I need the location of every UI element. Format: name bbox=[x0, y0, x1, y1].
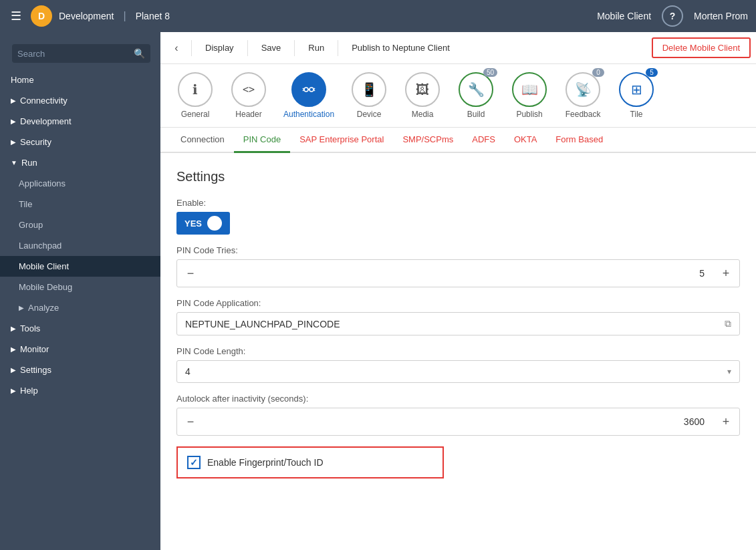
icon-nav-media-label: Media bbox=[412, 110, 434, 119]
sidebar-item-label: Connectivity bbox=[20, 96, 68, 106]
feedback-badge: 0 bbox=[592, 68, 604, 77]
tab-form-based[interactable]: Form Based bbox=[546, 128, 612, 153]
icon-nav-media[interactable]: 🖼 Media bbox=[398, 70, 447, 122]
back-button[interactable]: ‹ bbox=[166, 37, 187, 59]
sidebar-item-development[interactable]: ▶ Development bbox=[0, 111, 160, 132]
icon-nav-publish[interactable]: 📖 Publish bbox=[505, 70, 553, 122]
sidebar-item-tools[interactable]: ▶ Tools bbox=[0, 318, 160, 339]
icon-nav-device-label: Device bbox=[357, 110, 382, 119]
icon-nav-auth-label: Authentication bbox=[283, 110, 334, 119]
tab-sap-enterprise[interactable]: SAP Enterprise Portal bbox=[290, 128, 393, 153]
pin-length-label: PIN Code Length: bbox=[176, 346, 740, 356]
icon-nav-header-label: Header bbox=[235, 110, 261, 119]
chevron-down-icon: ▼ bbox=[11, 159, 17, 166]
hamburger-icon[interactable]: ☰ bbox=[8, 6, 24, 26]
sidebar: 🔍 ⌄ ⌃ Home ▶ Connectivity ▶ Development … bbox=[0, 32, 160, 550]
delete-button[interactable]: Delete Mobile Client bbox=[652, 37, 751, 58]
sidebar-item-label: Mobile Client bbox=[19, 261, 69, 271]
search-input[interactable] bbox=[17, 49, 130, 59]
chevron-right-icon: ▶ bbox=[11, 387, 16, 394]
icon-nav-general[interactable]: ℹ General bbox=[171, 70, 219, 122]
sidebar-item-mobile-client[interactable]: Mobile Client bbox=[0, 256, 160, 277]
pin-tries-label: PIN Code Tries: bbox=[176, 245, 740, 255]
tile-icon: ⊞ bbox=[619, 72, 654, 107]
sidebar-item-label: Settings bbox=[20, 365, 51, 375]
sidebar-item-home[interactable]: Home bbox=[0, 70, 160, 90]
sidebar-item-help[interactable]: ▶ Help bbox=[0, 380, 160, 401]
icon-nav-tile[interactable]: 5 ⊞ Tile bbox=[612, 70, 660, 122]
toggle-yes-label: YES bbox=[184, 219, 202, 229]
tab-smp-scpms[interactable]: SMP/SCPms bbox=[393, 128, 463, 153]
enable-label: Enable: bbox=[176, 198, 740, 208]
tab-pin-code[interactable]: PIN Code bbox=[234, 128, 290, 153]
run-button[interactable]: Run bbox=[299, 39, 334, 57]
pin-app-label: PIN Code Application: bbox=[176, 298, 740, 308]
toolbar: ‹ Display Save Run Publish to Neptune Cl… bbox=[160, 32, 756, 64]
sidebar-item-label: Home bbox=[11, 75, 34, 85]
autolock-value: 3600 bbox=[204, 416, 713, 427]
pin-tries-value: 5 bbox=[204, 268, 713, 279]
sidebar-item-group[interactable]: Group bbox=[0, 215, 160, 235]
icon-nav-feedback[interactable]: 0 📡 Feedback bbox=[559, 70, 607, 122]
autolock-stepper: − 3600 + bbox=[176, 408, 740, 436]
fingerprint-label: Enable Fingerprint/Touch ID bbox=[207, 457, 324, 468]
chevron-right-icon: ▶ bbox=[11, 97, 16, 104]
pin-length-select[interactable]: 4 ▾ bbox=[176, 360, 740, 383]
svg-point-0 bbox=[304, 88, 308, 92]
settings-panel: Settings Enable: YES PIN Code Tries: − 5… bbox=[160, 153, 756, 550]
autolock-label: Autolock after inactivity (seconds): bbox=[176, 394, 740, 404]
copy-icon[interactable]: ⧉ bbox=[725, 318, 731, 329]
sidebar-item-analyze[interactable]: ▶ Analyze bbox=[0, 297, 160, 318]
sidebar-item-label: Development bbox=[20, 116, 72, 126]
icon-nav-authentication[interactable]: Authentication bbox=[278, 70, 340, 122]
sidebar-item-label: Analyze bbox=[28, 303, 59, 313]
chevron-right-icon: ▶ bbox=[11, 366, 16, 374]
autolock-increase[interactable]: + bbox=[713, 408, 739, 435]
checkbox-check-icon: ✓ bbox=[190, 457, 198, 468]
toggle-circle bbox=[207, 216, 222, 231]
svg-point-1 bbox=[309, 88, 313, 92]
pin-tries-decrease[interactable]: − bbox=[177, 260, 204, 287]
help-button[interactable]: ? bbox=[662, 5, 683, 27]
tab-okta[interactable]: OKTA bbox=[505, 128, 546, 153]
fingerprint-checkbox[interactable]: ✓ bbox=[187, 456, 201, 469]
search-container: 🔍 bbox=[12, 44, 150, 63]
sidebar-item-security[interactable]: ▶ Security bbox=[0, 132, 160, 152]
sidebar-items: Home ▶ Connectivity ▶ Development ▶ Secu… bbox=[0, 70, 160, 550]
display-button[interactable]: Display bbox=[196, 39, 243, 57]
icon-nav-build-label: Build bbox=[467, 110, 485, 119]
chevron-down-icon: ▾ bbox=[727, 367, 731, 376]
sidebar-item-mobile-debug[interactable]: Mobile Debug bbox=[0, 277, 160, 297]
general-icon: ℹ bbox=[178, 72, 213, 107]
sidebar-item-monitor[interactable]: ▶ Monitor bbox=[0, 339, 160, 360]
pin-app-row: ⧉ bbox=[176, 312, 740, 335]
sidebar-item-settings[interactable]: ▶ Settings bbox=[0, 360, 160, 380]
sidebar-item-label: Security bbox=[20, 137, 51, 147]
sidebar-item-connectivity[interactable]: ▶ Connectivity bbox=[0, 90, 160, 111]
enable-toggle[interactable]: YES bbox=[176, 212, 230, 235]
sidebar-item-run[interactable]: ▼ Run bbox=[0, 152, 160, 173]
icon-nav-header[interactable]: <> Header bbox=[225, 70, 273, 122]
build-icon: 🔧 bbox=[459, 72, 493, 107]
device-icon: 📱 bbox=[352, 72, 386, 107]
pin-app-input[interactable] bbox=[185, 319, 725, 329]
sidebar-item-applications[interactable]: Applications bbox=[0, 173, 160, 194]
feedback-icon: 📡 bbox=[565, 72, 600, 107]
publish-neptune-button[interactable]: Publish to Neptune Client bbox=[342, 39, 459, 57]
autolock-decrease[interactable]: − bbox=[177, 408, 204, 435]
publish-icon: 📖 bbox=[512, 72, 547, 107]
tab-connection[interactable]: Connection bbox=[171, 128, 234, 153]
sidebar-item-launchpad[interactable]: Launchpad bbox=[0, 235, 160, 256]
save-button[interactable]: Save bbox=[252, 39, 291, 57]
sidebar-item-label: Applications bbox=[19, 178, 66, 188]
sidebar-item-label: Launchpad bbox=[19, 241, 61, 251]
sidebar-item-tile[interactable]: Tile bbox=[0, 194, 160, 215]
mobile-client-label: Mobile Client bbox=[597, 11, 651, 21]
pin-tries-increase[interactable]: + bbox=[713, 260, 739, 287]
icon-nav-build[interactable]: 50 🔧 Build bbox=[452, 70, 500, 122]
icon-nav-device[interactable]: 📱 Device bbox=[345, 70, 393, 122]
tab-adfs[interactable]: ADFS bbox=[463, 128, 505, 153]
chevron-right-icon: ▶ bbox=[11, 118, 16, 125]
main-layout: 🔍 ⌄ ⌃ Home ▶ Connectivity ▶ Development … bbox=[0, 32, 756, 550]
fingerprint-checkbox-row[interactable]: ✓ Enable Fingerprint/Touch ID bbox=[176, 446, 444, 478]
